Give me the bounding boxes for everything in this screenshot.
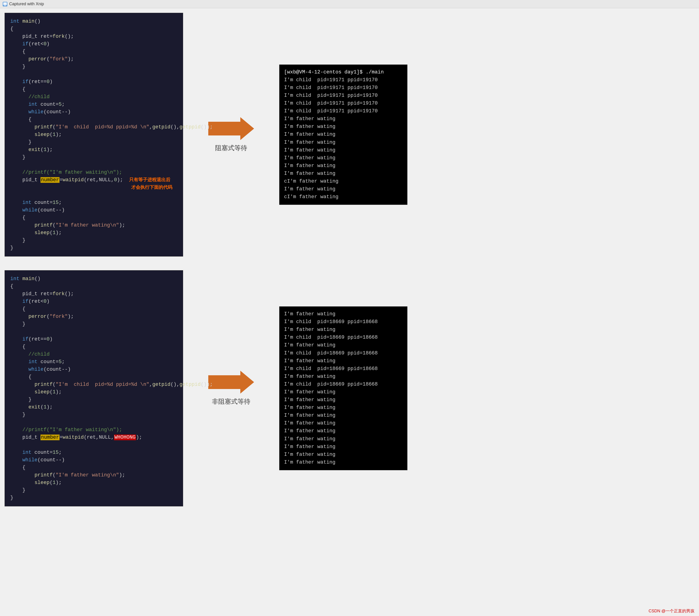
svg-marker-4: [208, 371, 254, 393]
svg-rect-1: [3, 2, 7, 5]
section-2: int main() { pid_t ret=fork(); if(ret<0)…: [4, 270, 695, 506]
arrow-icon-2: [208, 371, 254, 393]
arrow-label-1: 阻塞式等待: [215, 144, 247, 152]
app-icon: [3, 2, 7, 6]
arrow-label-2: 非阻塞式等待: [212, 397, 250, 406]
watermark: CSDN @一个正直的男孩: [649, 608, 695, 614]
code-panel-2: int main() { pid_t ret=fork(); if(ret<0)…: [4, 270, 183, 506]
title-bar: Captured with Xnip: [0, 0, 699, 8]
section-1: int main() { pid_t ret=fork(); if(ret<0)…: [4, 13, 695, 256]
terminal-panel-1: [wxb@VM-4-12-centos day1]$ ./main I'm ch…: [279, 65, 407, 205]
svg-marker-3: [208, 117, 254, 140]
title-bar-label: Captured with Xnip: [9, 2, 44, 6]
code-panel-1: int main() { pid_t ret=fork(); if(ret<0)…: [4, 13, 183, 256]
arrow-area-2: 非阻塞式等待: [197, 331, 265, 445]
arrow-icon-1: [208, 117, 254, 140]
arrow-area-1: 阻塞式等待: [197, 78, 265, 192]
svg-rect-2: [4, 5, 6, 6]
terminal-panel-2: I'm father wating I'm child pid=18669 pp…: [279, 306, 407, 470]
